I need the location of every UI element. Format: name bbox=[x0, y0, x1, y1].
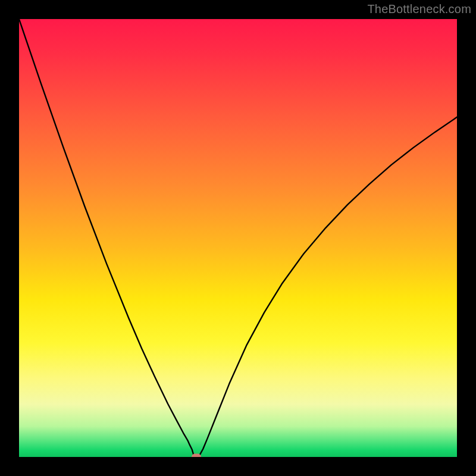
optimum-marker bbox=[192, 454, 201, 458]
watermark-text: TheBottleneck.com bbox=[367, 2, 471, 16]
chart-stage: TheBottleneck.com bbox=[0, 0, 476, 476]
bottleneck-curve bbox=[19, 19, 457, 457]
plot-area bbox=[19, 19, 457, 457]
